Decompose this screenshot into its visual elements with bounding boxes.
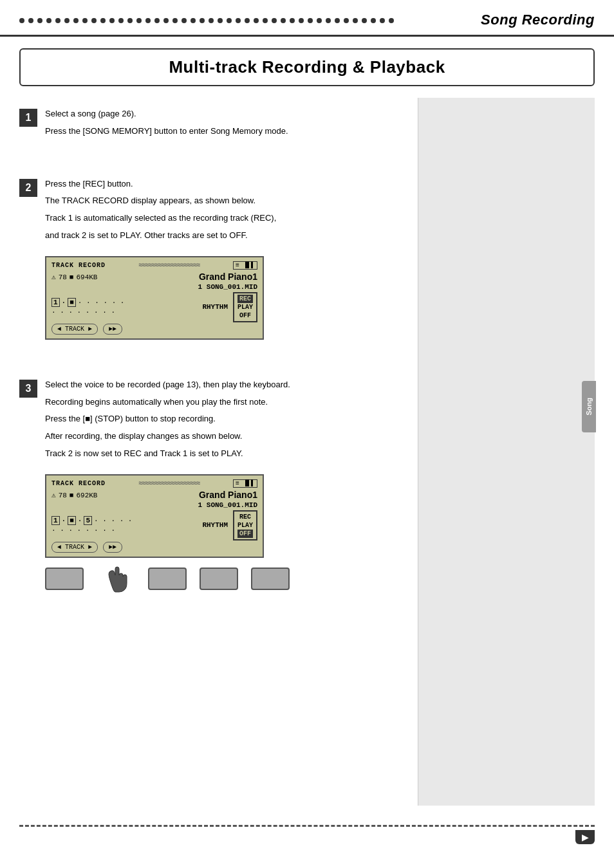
dot xyxy=(254,18,259,23)
lcd-ff-btn-1: ►► xyxy=(103,324,122,335)
step-3-section: 3 Select the voice to be recorded (page … xyxy=(19,369,405,603)
dot xyxy=(227,18,232,23)
lcd-track-record-label-2: TRACK RECORD xyxy=(51,480,106,487)
lcd-mem-size-2: 692KB xyxy=(76,492,97,499)
lcd-rhythm-1: RHYTHM xyxy=(202,303,228,311)
lcd-rhythm-2: RHYTHM xyxy=(202,521,228,529)
lcd-mem-warning-1: ⚠ xyxy=(51,273,56,281)
step-2-header: 2 Press the [REC] button. The TRACK RECO… xyxy=(19,178,405,246)
lcd-wavy-1: ≈≈≈≈≈≈≈≈≈≈≈≈≈≈≈≈≈≈≈ xyxy=(138,262,200,269)
lcd-second-line-2: · · · · · · · · xyxy=(51,526,202,534)
dot xyxy=(218,18,223,23)
lcd-display-2: TRACK RECORD ≈≈≈≈≈≈≈≈≈≈≈≈≈≈≈≈≈≈≈ ≡ ▐▌▌ ⚠… xyxy=(45,474,264,558)
lcd-song-row-1: 1 SONG_001.MID xyxy=(51,283,257,291)
lcd-tracks-2: 1 · ■ · 5 · · · · · · · · · · · · · xyxy=(51,516,202,534)
lcd-track-1-indicator: 1 xyxy=(51,298,60,307)
step-2-section: 2 Press the [REC] button. The TRACK RECO… xyxy=(19,168,405,356)
step-2-text: Press the [REC] button. The TRACK RECORD… xyxy=(45,178,276,246)
dot xyxy=(64,18,70,23)
lcd-sep-2: · xyxy=(62,517,66,524)
lcd-sep2-2: · xyxy=(78,517,82,524)
lcd-off-label-1: OFF xyxy=(237,311,253,320)
dot xyxy=(371,18,376,23)
lcd-tracks-status-1: 1 · ■ · · · · · · · · · · · · · · RHYTHM… xyxy=(51,292,257,322)
dot xyxy=(163,18,169,23)
lcd-mem-row-1: ⚠ 78 ■ 694KB Grand Piano1 xyxy=(51,272,257,283)
control-button-5[interactable] xyxy=(251,568,290,590)
lcd-status-box-1: REC PLAY OFF xyxy=(233,292,257,322)
dot xyxy=(100,18,106,23)
dot xyxy=(109,18,115,23)
lcd-mem-warning-2: ⚠ xyxy=(51,491,56,499)
dot xyxy=(299,18,304,23)
dot xyxy=(191,18,196,23)
dot xyxy=(362,18,367,23)
lcd-mem-row-2: ⚠ 78 ■ 692KB Grand Piano1 xyxy=(51,490,257,501)
dot xyxy=(19,18,24,23)
lcd-bottom-row-2: ◄ TRACK ► ►► xyxy=(51,542,257,553)
sidebar-tab: Song xyxy=(582,381,596,432)
lcd-top-row-1: TRACK RECORD ≈≈≈≈≈≈≈≈≈≈≈≈≈≈≈≈≈≈≈ ≡ ▐▌▌ xyxy=(51,261,257,270)
lcd-status-box-2: REC PLAY OFF xyxy=(233,510,257,540)
lcd-track-2-indicator-2: ■ xyxy=(68,516,76,525)
dot xyxy=(281,18,286,23)
dot xyxy=(236,18,241,23)
dot xyxy=(317,18,322,23)
finger-icon-button[interactable] xyxy=(97,568,135,590)
lcd-off-label-2: OFF xyxy=(237,530,253,538)
step-1-number: 1 xyxy=(19,109,37,127)
lcd-track-1-indicator-2: 1 xyxy=(51,516,60,525)
lcd-mem-unit-1: ■ xyxy=(70,273,74,281)
dot xyxy=(200,18,205,23)
dot xyxy=(272,18,277,23)
dot xyxy=(73,18,79,23)
dot xyxy=(172,18,178,23)
dot xyxy=(91,18,97,23)
lcd-mem-value-2: 78 xyxy=(59,492,67,499)
lcd-bottom-row-1: ◄ TRACK ► ►► xyxy=(51,324,257,335)
step-1-section: 1 Select a song (page 26). Press the [SO… xyxy=(19,98,405,155)
dot xyxy=(55,18,60,23)
corner-tab-arrow: ▶ xyxy=(582,832,589,842)
lcd-track-numbers-2: 1 · ■ · 5 · · · · · xyxy=(51,516,202,525)
dot xyxy=(245,18,250,23)
lcd-voice-name-1: Grand Piano1 xyxy=(100,272,257,282)
lcd-tracks-1: 1 · ■ · · · · · · · · · · · · · · xyxy=(51,298,202,316)
dot xyxy=(82,18,88,23)
finger-icon xyxy=(100,562,132,595)
dot xyxy=(353,18,358,23)
lcd-play-label-1: PLAY xyxy=(237,303,253,311)
step-3-text: Select the voice to be recorded (page 13… xyxy=(45,378,290,465)
sidebar-tab-text: Song xyxy=(585,398,593,416)
dot xyxy=(209,18,214,23)
dot xyxy=(127,18,133,23)
lcd-dot-tracks-1: · · · · · · xyxy=(78,299,125,306)
lcd-track-nav-2: ◄ TRACK ► xyxy=(51,542,98,553)
lcd-rec-label-1: REC xyxy=(237,295,253,303)
step-1-header: 1 Select a song (page 26). Press the [SO… xyxy=(19,107,405,142)
dot xyxy=(389,18,394,23)
lcd-battery-2: ≡ ▐▌▌ xyxy=(233,479,257,488)
dot xyxy=(181,18,187,23)
dot xyxy=(118,18,124,23)
section-title-box: Multi-track Recording & Playback xyxy=(19,48,595,86)
page-header: Song Recording xyxy=(0,0,614,37)
dot xyxy=(344,18,349,23)
dot xyxy=(263,18,268,23)
lcd-track-2-rec: ■ xyxy=(68,298,76,307)
lcd-display-1: TRACK RECORD ≈≈≈≈≈≈≈≈≈≈≈≈≈≈≈≈≈≈≈ ≡ ▐▌▌ ⚠… xyxy=(45,256,264,340)
lcd-ff-btn-2: ►► xyxy=(103,542,122,553)
control-button-1[interactable] xyxy=(45,568,84,590)
dot xyxy=(37,18,42,23)
lcd-track-numbers-1: 1 · ■ · · · · · · xyxy=(51,298,202,307)
step-3-number: 3 xyxy=(19,380,37,398)
dot xyxy=(326,18,331,23)
right-sidebar: Song xyxy=(418,98,595,806)
control-button-3[interactable] xyxy=(148,568,187,590)
header-dots xyxy=(19,18,394,23)
button-row xyxy=(45,568,405,590)
control-button-4[interactable] xyxy=(200,568,238,590)
dot xyxy=(335,18,340,23)
section-title: Multi-track Recording & Playback xyxy=(169,57,445,77)
lcd-track-record-label: TRACK RECORD xyxy=(51,262,106,269)
